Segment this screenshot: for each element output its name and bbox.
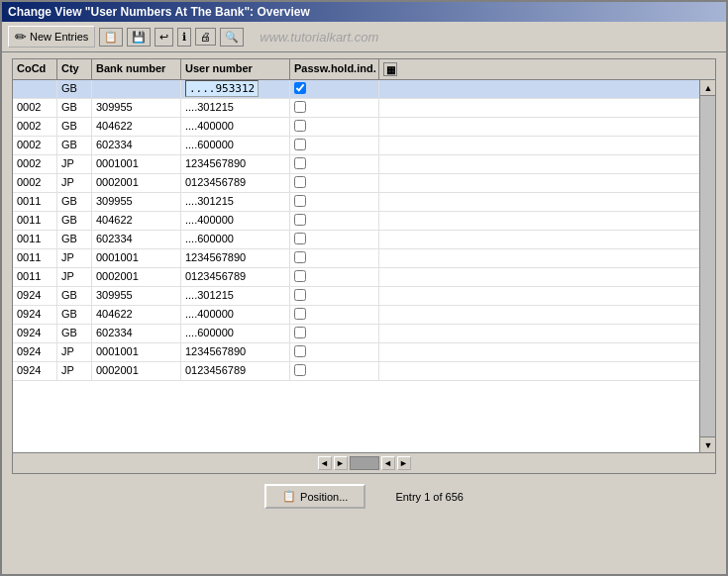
cell-user: 1234567890: [181, 343, 290, 361]
passw-checkbox[interactable]: [294, 289, 306, 301]
entry-count: Entry 1 of 656: [395, 491, 464, 503]
table-row[interactable]: GB....953312: [13, 80, 699, 99]
cell-user: ....301215: [181, 287, 290, 305]
cell-user: ....400000: [181, 306, 290, 324]
cell-cty: GB: [57, 212, 92, 230]
main-window: Change View "User Numbers At The Bank": …: [0, 0, 728, 576]
hscroll-right-button[interactable]: ►: [334, 456, 348, 470]
passw-checkbox[interactable]: [294, 139, 306, 150]
scroll-down-button[interactable]: ▼: [700, 436, 715, 452]
table-row[interactable]: 0002GB404622....400000: [13, 118, 699, 137]
passw-checkbox[interactable]: [294, 195, 306, 207]
passw-checkbox[interactable]: [294, 345, 306, 357]
cell-bank: 309955: [92, 99, 181, 117]
table-row[interactable]: 0011GB309955....301215: [13, 193, 699, 212]
vertical-scrollbar[interactable]: ▲ ▼: [699, 80, 715, 452]
copy-toolbar-button[interactable]: 📋: [99, 28, 123, 47]
passw-checkbox[interactable]: [294, 233, 306, 244]
passw-checkbox[interactable]: [294, 327, 306, 338]
new-entries-label: New Entries: [30, 31, 88, 43]
cell-empty: [379, 306, 401, 324]
scroll-track: [700, 96, 715, 436]
table-row[interactable]: 0011GB404622....400000: [13, 212, 699, 231]
cell-bank: 0002001: [92, 268, 181, 286]
table-body[interactable]: GB....9533120002GB309955....3012150002GB…: [13, 80, 715, 452]
table-row[interactable]: 0924JP00020010123456789: [13, 362, 699, 381]
cell-passw: [290, 155, 379, 173]
info-toolbar-button[interactable]: ℹ: [177, 28, 191, 47]
passw-checkbox[interactable]: [294, 157, 306, 169]
cell-cocd: 0011: [13, 249, 57, 267]
cell-cty: GB: [57, 118, 92, 136]
passw-checkbox[interactable]: [294, 251, 306, 263]
table-row[interactable]: 0002GB309955....301215: [13, 99, 699, 118]
save-toolbar-button[interactable]: 💾: [127, 28, 151, 47]
cell-bank: 309955: [92, 287, 181, 305]
table-row[interactable]: 0924JP00010011234567890: [13, 343, 699, 362]
find-toolbar-button[interactable]: 🔍: [220, 28, 244, 47]
cell-passw: [290, 231, 379, 248]
passw-checkbox[interactable]: [294, 214, 306, 226]
passw-checkbox[interactable]: [294, 176, 306, 188]
table-row[interactable]: 0924GB309955....301215: [13, 287, 699, 306]
cell-empty: [379, 80, 401, 98]
passw-checkbox[interactable]: [294, 82, 306, 94]
cell-passw: [290, 362, 379, 380]
position-button[interactable]: 📋 Position...: [264, 484, 365, 509]
table-row[interactable]: 0924GB602334....600000: [13, 325, 699, 343]
cell-passw: [290, 137, 379, 154]
table-row[interactable]: 0011JP00020010123456789: [13, 268, 699, 287]
table-row[interactable]: 0002JP00010011234567890: [13, 155, 699, 174]
cell-empty: [379, 118, 401, 136]
cell-passw: [290, 325, 379, 342]
cell-user: ....600000: [181, 137, 290, 154]
cell-cty: GB: [57, 193, 92, 211]
cell-bank: 602334: [92, 231, 181, 248]
passw-checkbox[interactable]: [294, 270, 306, 282]
cell-user: 1234567890: [181, 155, 290, 173]
hscroll-end-right[interactable]: ►: [397, 456, 411, 470]
cell-cty: JP: [57, 155, 92, 173]
cell-user: ....400000: [181, 212, 290, 230]
cell-bank: 404622: [92, 118, 181, 136]
passw-checkbox[interactable]: [294, 308, 306, 320]
cell-passw: [290, 174, 379, 192]
watermark-text: www.tutorialkart.com: [260, 30, 378, 45]
hscroll-left-button[interactable]: ◄: [318, 456, 332, 470]
position-icon: 📋: [282, 490, 296, 503]
passw-checkbox[interactable]: [294, 120, 306, 132]
cell-cty: GB: [57, 80, 92, 98]
table-row[interactable]: 0002GB602334....600000: [13, 137, 699, 155]
table-row[interactable]: 0002JP00020010123456789: [13, 174, 699, 193]
cell-cocd: [13, 80, 57, 98]
cell-cocd: 0002: [13, 99, 57, 117]
cell-cty: JP: [57, 268, 92, 286]
cell-cty: GB: [57, 99, 92, 117]
cell-passw: [290, 212, 379, 230]
cell-empty: [379, 249, 401, 267]
cell-user: ....301215: [181, 99, 290, 117]
hscroll-end-left[interactable]: ◄: [381, 456, 395, 470]
scroll-up-button[interactable]: ▲: [700, 80, 715, 96]
cell-empty: [379, 193, 401, 211]
new-entries-button[interactable]: ✏ New Entries: [8, 26, 95, 48]
cell-cocd: 0924: [13, 362, 57, 380]
passw-checkbox[interactable]: [294, 101, 306, 113]
table-row[interactable]: 0011GB602334....600000: [13, 231, 699, 249]
table-row[interactable]: 0924GB404622....400000: [13, 306, 699, 325]
title-bar: Change View "User Numbers At The Bank": …: [2, 2, 726, 22]
cell-cty: GB: [57, 325, 92, 342]
col-resize-button[interactable]: ▦: [379, 59, 401, 79]
cell-bank: 404622: [92, 306, 181, 324]
passw-checkbox[interactable]: [294, 364, 306, 376]
cell-bank: 404622: [92, 212, 181, 230]
print-toolbar-button[interactable]: 🖨: [195, 28, 216, 46]
hscroll-thumb[interactable]: [350, 456, 379, 470]
cell-cocd: 0002: [13, 137, 57, 154]
cell-cty: JP: [57, 343, 92, 361]
cell-empty: [379, 99, 401, 117]
col-header-cty: Cty: [57, 59, 92, 79]
table-row[interactable]: 0011JP00010011234567890: [13, 249, 699, 268]
undo-toolbar-button[interactable]: ↩: [155, 28, 173, 47]
cell-user: 0123456789: [181, 268, 290, 286]
